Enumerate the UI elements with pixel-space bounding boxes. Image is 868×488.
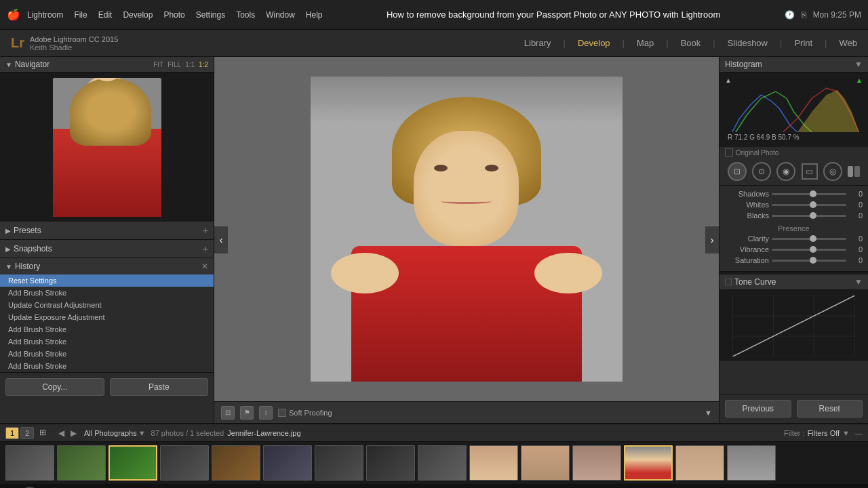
soft-proofing-toggle[interactable]: Soft Proofing	[278, 409, 332, 417]
filmstrip-next-arrow[interactable]: ▶	[68, 428, 79, 439]
vibrance-track[interactable]	[772, 249, 846, 251]
prev-photo-arrow[interactable]: ‹	[214, 226, 228, 253]
snapshots-header[interactable]: ▶ Snapshots +	[0, 240, 214, 258]
filmstrip-thumb-13[interactable]	[624, 445, 673, 481]
paste-button[interactable]: Paste	[110, 378, 209, 396]
nav-map[interactable]: Map	[637, 38, 654, 48]
next-photo-arrow[interactable]: ›	[705, 226, 719, 253]
filmstrip-thumb-10[interactable]	[469, 445, 518, 481]
filter-value[interactable]: Filters Off	[808, 429, 840, 437]
view-options-dropdown[interactable]: ▼	[705, 409, 712, 417]
menu-help[interactable]: Help	[306, 10, 323, 20]
presets-section: ▶ Presets +	[0, 222, 214, 240]
nav-slideshow[interactable]: Slideshow	[728, 38, 768, 48]
filmstrip-thumb-4[interactable]	[160, 445, 209, 481]
tone-curve-area[interactable]	[719, 290, 868, 361]
menu-lightroom[interactable]: Lightroom	[27, 10, 63, 20]
navigator-fit-options: FIT FILL 1:1 1:2	[153, 61, 208, 68]
filmstrip-grid-icon[interactable]: ⊞	[39, 428, 50, 439]
clarity-track[interactable]	[772, 238, 846, 240]
saturation-thumb[interactable]	[810, 257, 816, 264]
menu-window[interactable]: Window	[266, 10, 295, 20]
soft-proofing-checkbox[interactable]	[278, 409, 286, 417]
filmstrip-thumb-12[interactable]	[572, 445, 621, 481]
apple-menu-icon[interactable]: 🍎	[7, 8, 20, 21]
filter-dropdown-icon[interactable]: ▼	[842, 429, 850, 437]
history-item-5[interactable]: Add Brush Stroke	[0, 336, 214, 348]
filmstrip-page-2[interactable]: 2	[20, 427, 34, 439]
history-close-icon[interactable]: ✕	[201, 262, 208, 271]
fit-option-1-2[interactable]: 1:2	[199, 61, 208, 68]
nav-develop[interactable]: Develop	[578, 38, 610, 48]
fit-option-1-1[interactable]: 1:1	[185, 61, 195, 68]
filmstrip-thumb-11[interactable]	[521, 445, 570, 481]
saturation-track[interactable]	[772, 260, 846, 262]
history-item-1[interactable]: Add Brush Stroke	[0, 287, 214, 299]
history-header[interactable]: ▼ History ✕	[0, 258, 214, 274]
history-item-4[interactable]: Add Brush Stroke	[0, 323, 214, 336]
filmstrip-thumb-6[interactable]	[263, 445, 312, 481]
menu-develop[interactable]: Develop	[123, 10, 153, 20]
menu-photo[interactable]: Photo	[163, 10, 184, 20]
redeye-icon[interactable]: ◉	[776, 162, 795, 181]
menu-settings[interactable]: Settings	[196, 10, 225, 20]
whites-track[interactable]	[772, 204, 846, 206]
history-item-0[interactable]: Reset Settings	[0, 274, 214, 287]
panel-end-mark-icon[interactable]	[854, 166, 860, 177]
filmstrip-thumb-2[interactable]	[57, 445, 106, 481]
crop-tool-icon[interactable]: ⊡	[728, 162, 747, 181]
vibrance-thumb[interactable]	[810, 246, 816, 253]
nav-book[interactable]: Book	[681, 38, 701, 48]
history-item-7[interactable]: Add Brush Stroke	[0, 360, 214, 372]
filmstrip-thumb-9[interactable]	[418, 445, 467, 481]
nav-web[interactable]: Web	[840, 38, 858, 48]
blacks-thumb[interactable]	[810, 212, 816, 219]
right-panel: Histogram ▼ ▲ ▲ R 71.2 G 64.9 B 50.7 %	[719, 57, 868, 423]
history-item-2[interactable]: Update Contrast Adjustment	[0, 299, 214, 311]
filmstrip-thumb-14[interactable]	[675, 445, 724, 481]
fit-option-fit[interactable]: FIT	[153, 61, 163, 68]
crop-icon[interactable]: ⊡	[221, 406, 235, 420]
snapshots-add-icon[interactable]: +	[203, 243, 208, 254]
history-item-6[interactable]: Add Brush Stroke	[0, 348, 214, 360]
flags-icon[interactable]: ⚑	[240, 406, 254, 420]
presets-header[interactable]: ▶ Presets +	[0, 222, 214, 239]
filmstrip-thumb-1[interactable]	[5, 445, 54, 481]
blacks-track[interactable]	[772, 215, 846, 217]
history-item-3[interactable]: Update Exposure Adjustment	[0, 311, 214, 323]
filmstrip-collection[interactable]: All Photographs ▼	[84, 429, 146, 437]
histogram-menu-icon[interactable]: ▼	[854, 60, 863, 69]
nav-library[interactable]: Library	[524, 38, 551, 48]
filmstrip-page-1[interactable]: 1	[5, 427, 19, 439]
clarity-thumb[interactable]	[810, 235, 816, 242]
reset-button[interactable]: Reset	[797, 400, 863, 418]
adjustment-brush-icon[interactable]	[848, 166, 853, 177]
menu-edit[interactable]: Edit	[98, 10, 113, 20]
copy-button[interactable]: Copy...	[5, 378, 104, 396]
filmstrip-thumb-8[interactable]	[366, 445, 415, 481]
shadows-track[interactable]	[772, 193, 846, 195]
share-icon[interactable]: ⎘	[802, 10, 806, 20]
whites-thumb[interactable]	[810, 201, 816, 208]
collection-dropdown-icon[interactable]: ▼	[138, 429, 146, 437]
navigator-collapse-icon[interactable]: ▼	[5, 61, 12, 68]
filmstrip-prev-arrow[interactable]: ◀	[56, 428, 66, 439]
menu-tools[interactable]: Tools	[236, 10, 255, 20]
previous-button[interactable]: Previous	[725, 400, 791, 418]
filmstrip-thumb-15[interactable]	[727, 445, 776, 481]
tone-curve-graph[interactable]	[725, 296, 863, 357]
filmstrip-thumb-3[interactable]	[108, 445, 157, 481]
tone-curve-menu-icon[interactable]: ▼	[854, 277, 863, 287]
fit-option-fill[interactable]: FILL	[167, 61, 181, 68]
filmstrip-thumb-5[interactable]	[212, 445, 260, 481]
filmstrip-minimize-icon[interactable]: —	[855, 429, 863, 437]
radial-filter-icon[interactable]: ◎	[823, 162, 842, 181]
filmstrip-thumb-7[interactable]	[315, 445, 363, 481]
presets-add-icon[interactable]: +	[203, 225, 208, 236]
nav-print[interactable]: Print	[794, 38, 812, 48]
sort-icon[interactable]: ↕	[259, 406, 273, 420]
graduated-filter-icon[interactable]: ▭	[802, 163, 818, 180]
spot-removal-icon[interactable]: ⊙	[752, 162, 771, 181]
shadows-thumb[interactable]	[810, 190, 816, 197]
menu-file[interactable]: File	[74, 10, 87, 20]
